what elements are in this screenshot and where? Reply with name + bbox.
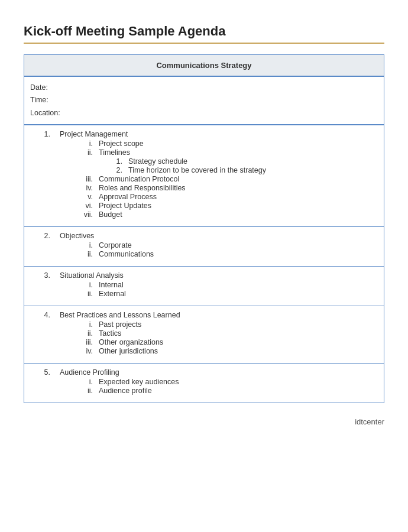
section-2-items: i. Corporate ii. Communications <box>77 241 378 258</box>
section-5-num: 5. <box>30 368 60 377</box>
list-item: v. Approval Process <box>77 193 378 201</box>
list-item: vii. Budget <box>77 210 378 219</box>
list-item: i. Internal <box>77 281 378 289</box>
item-text: Timelines <box>99 148 378 157</box>
item-text: Roles and Responsibilities <box>99 184 378 192</box>
item-text: Communications <box>99 250 378 258</box>
item-label: ii. <box>77 290 99 298</box>
item-label: iv. <box>77 347 99 355</box>
sub-items: 1. Strategy schedule 2. Time horizon to … <box>111 157 378 174</box>
list-item: ii. External <box>77 290 378 298</box>
item-label: ii. <box>77 148 99 157</box>
sub-item-label: 2. <box>111 166 128 174</box>
section-3-title: Situational Analysis <box>60 271 124 280</box>
item-text: Budget <box>99 210 378 219</box>
item-text: Internal <box>99 281 378 289</box>
item-label: i. <box>77 378 99 386</box>
item-label: iii. <box>77 338 99 346</box>
title-divider <box>24 43 384 44</box>
section-row-2: 2. Objectives i. Corporate ii. Communica… <box>24 226 384 266</box>
footer-text: idtcenter <box>24 417 384 426</box>
section-row-5: 5. Audience Profiling i. Expected key au… <box>24 363 384 403</box>
list-item: ii. Timelines <box>77 148 378 157</box>
item-label: i. <box>77 320 99 329</box>
item-label: ii. <box>77 387 99 395</box>
list-item: i. Expected key audiences <box>77 378 378 386</box>
section-5-items: i. Expected key audiences ii. Audience p… <box>77 378 378 395</box>
list-item: 1. Strategy schedule <box>111 157 378 166</box>
item-text: External <box>99 290 378 298</box>
item-label: vi. <box>77 202 99 210</box>
section-1-items: i. Project scope ii. Timelines 1. Strate… <box>77 140 378 219</box>
sub-item-text: Time horizon to be covered in the strate… <box>128 166 266 174</box>
list-item: ii. Communications <box>77 250 378 258</box>
section-1-title: Project Management <box>60 130 128 138</box>
item-label: v. <box>77 193 99 201</box>
item-text: Corporate <box>99 241 378 249</box>
item-label: ii. <box>77 250 99 258</box>
section-row-1: 1. Project Management i. Project scope i… <box>24 125 384 226</box>
sub-item-label: 1. <box>111 157 128 166</box>
item-label: iv. <box>77 184 99 192</box>
location-label: Location: <box>30 107 378 119</box>
section-3-items: i. Internal ii. External <box>77 281 378 298</box>
item-text: Past projects <box>99 320 378 329</box>
meta-info: Date: Time: Location: <box>24 77 384 125</box>
sub-item-text: Strategy schedule <box>128 157 187 166</box>
date-label: Date: <box>30 82 378 94</box>
list-item: vi. Project Updates <box>77 202 378 210</box>
section-4-num: 4. <box>30 311 60 319</box>
item-label: i. <box>77 140 99 148</box>
list-item: ii. Tactics <box>77 329 378 338</box>
item-text: Tactics <box>99 329 378 338</box>
section-3-num: 3. <box>30 271 60 280</box>
list-item: i. Corporate <box>77 241 378 249</box>
section-4-title: Best Practices and Lessons Learned <box>60 311 180 319</box>
meta-row: Date: Time: Location: <box>24 77 384 125</box>
list-item: iv. Other jurisdictions <box>77 347 378 355</box>
list-item: i. Project scope <box>77 140 378 148</box>
section-row-4: 4. Best Practices and Lessons Learned i.… <box>24 306 384 363</box>
item-text: Project Updates <box>99 202 378 210</box>
list-item: iv. Roles and Responsibilities <box>77 184 378 192</box>
table-header-row: Communications Strategy <box>24 55 384 77</box>
section-2-num: 2. <box>30 232 60 240</box>
item-text: Other jurisdictions <box>99 347 378 355</box>
list-item: iii. Communication Protocol <box>77 175 378 183</box>
item-label: vii. <box>77 210 99 219</box>
time-label: Time: <box>30 94 378 106</box>
page-title: Kick-off Meeting Sample Agenda <box>24 24 384 39</box>
section-1-num: 1. <box>30 130 60 138</box>
section-4-items: i. Past projects ii. Tactics iii. Other … <box>77 320 378 355</box>
list-item: 2. Time horizon to be covered in the str… <box>111 166 378 174</box>
item-text: Approval Process <box>99 193 378 201</box>
item-label: ii. <box>77 329 99 338</box>
item-label: iii. <box>77 175 99 183</box>
item-text: Audience profile <box>99 387 378 395</box>
item-text: Project scope <box>99 140 378 148</box>
item-label: i. <box>77 241 99 249</box>
table-header: Communications Strategy <box>24 55 384 76</box>
item-text: Other organizations <box>99 338 378 346</box>
item-text: Communication Protocol <box>99 175 378 183</box>
agenda-table: Communications Strategy Date: Time: Loca… <box>24 54 384 403</box>
list-item: i. Past projects <box>77 320 378 329</box>
list-item: ii. Audience profile <box>77 387 378 395</box>
section-5-title: Audience Profiling <box>60 368 119 377</box>
item-label: i. <box>77 281 99 289</box>
list-item: iii. Other organizations <box>77 338 378 346</box>
item-text: Expected key audiences <box>99 378 378 386</box>
section-2-title: Objectives <box>60 232 94 240</box>
section-row-3: 3. Situational Analysis i. Internal ii. … <box>24 266 384 306</box>
